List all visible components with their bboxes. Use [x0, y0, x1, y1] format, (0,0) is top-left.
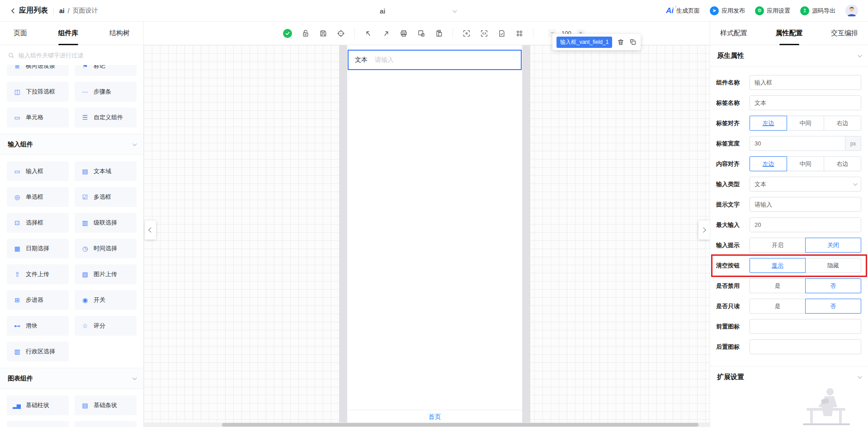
top-bar-actions: Ai 生成页面 ➤ 应用发布 ⚙ 应用设置 ↥ 源码导出	[666, 5, 858, 17]
horizontal-scrollbar-thumb[interactable]	[222, 423, 698, 427]
component-item-cascade-select[interactable]: ▥级联选择	[75, 213, 137, 233]
segment-option-右边[interactable]: 右边	[824, 156, 861, 171]
component-item-textarea[interactable]: ▤文本域	[75, 161, 137, 181]
component-item-label: 下拉筛选框	[26, 88, 55, 96]
segment-option-是[interactable]: 是	[750, 299, 806, 314]
prop-input[interactable]	[750, 136, 845, 151]
segment-option-右边[interactable]: 右边	[824, 116, 861, 131]
segment-option-显示[interactable]: 显示	[750, 258, 806, 273]
tab-style-config[interactable]: 样式配置	[720, 22, 747, 45]
user-avatar[interactable]	[845, 5, 858, 17]
save-icon[interactable]	[319, 29, 327, 38]
segment-option-是[interactable]: 是	[750, 278, 806, 293]
frame-crop-icon[interactable]	[515, 29, 524, 38]
component-item-mark-flag[interactable]: ⚑标记	[75, 65, 137, 76]
segment-option-否[interactable]: 否	[805, 299, 861, 314]
prop-input[interactable]	[750, 95, 861, 110]
export-window-icon[interactable]	[417, 29, 425, 38]
component-search-input[interactable]	[19, 52, 136, 59]
unlock-icon[interactable]	[302, 29, 310, 38]
component-item-image-upload[interactable]: ▧图片上传	[75, 264, 137, 284]
selected-input-component[interactable]: 文本 请输入	[348, 50, 522, 70]
component-grid: ▭输入框▤文本域◎单选框☑多选框⊡选择框▥级联选择▦日期选择◷时间选择⇧文件上传…	[7, 161, 137, 361]
prop-label: 最大输入	[716, 221, 750, 229]
doc-check-icon[interactable]	[498, 29, 506, 38]
component-item-checkbox[interactable]: ☑多选框	[75, 187, 137, 207]
prop-control	[750, 95, 861, 110]
target-position-icon[interactable]	[337, 29, 345, 38]
prop-input[interactable]	[750, 75, 861, 90]
component-item-radio[interactable]: ◎单选框	[7, 187, 69, 207]
component-item-slider[interactable]: ⊷滑块	[7, 316, 69, 336]
component-item-label: 级联选择	[94, 219, 117, 227]
prop-select[interactable]: 文本	[750, 177, 861, 192]
prop-input[interactable]	[750, 197, 861, 212]
extend-settings-section-header[interactable]: 扩展设置	[710, 366, 868, 388]
tab-property-config[interactable]: 属性配置	[776, 22, 803, 45]
rate-star-icon: ☆	[80, 322, 89, 329]
properties-body: 原生属性 组件名称标签名称标签对齐左边中间右边标签宽度px内容对齐左边中间右边输…	[710, 45, 868, 427]
prop-input[interactable]	[750, 217, 861, 232]
prop-label: 标签对齐	[716, 119, 750, 127]
component-item-dropdown-filter[interactable]: ◫下拉筛选框	[7, 82, 69, 102]
preview-scan-icon[interactable]	[462, 29, 471, 38]
component-item-label: 文件上传	[26, 270, 49, 278]
component-item-date-picker[interactable]: ▦日期选择	[7, 239, 69, 258]
collapse-right-panel-handle[interactable]	[698, 221, 710, 239]
component-item-input-field[interactable]: ▭输入框	[7, 161, 69, 181]
component-item-hbar-chart[interactable]: ▤基础条状	[75, 395, 137, 415]
tabbar-home[interactable]: 首页	[429, 413, 441, 421]
component-item-hbar-progress[interactable]: ≣横向进度条	[7, 65, 69, 76]
component-item-time-picker[interactable]: ◷时间选择	[75, 239, 137, 258]
copy-component-icon[interactable]	[629, 38, 637, 46]
prop-input[interactable]	[750, 339, 861, 354]
horizontal-scrollbar-track[interactable]	[144, 422, 710, 427]
component-item-line-chart[interactable]: ∿基础折线	[7, 421, 69, 427]
page-select-dropdown[interactable]: ai	[380, 0, 456, 22]
tab-interaction-config[interactable]: 交互编排	[831, 22, 858, 45]
source-export-button[interactable]: ↥ 源码导出	[800, 6, 835, 15]
prop-control	[750, 319, 861, 334]
undo-icon[interactable]	[364, 29, 373, 38]
segment-option-左边[interactable]: 左边	[750, 116, 787, 131]
component-section-header[interactable]: 输入组件	[0, 134, 143, 155]
back-button[interactable]: 应用列表	[10, 6, 48, 15]
segment-option-中间[interactable]: 中间	[787, 156, 824, 171]
component-item-select[interactable]: ⊡选择框	[7, 213, 69, 233]
component-item-stepper[interactable]: ⊞步进器	[7, 290, 69, 310]
native-props-section-header[interactable]: 原生属性	[710, 45, 868, 67]
redo-icon[interactable]	[382, 29, 390, 38]
segment-option-关闭[interactable]: 关闭	[805, 238, 861, 253]
breadcrumb-page: 页面设计	[73, 7, 98, 15]
paste-icon[interactable]	[435, 29, 443, 38]
segment-option-中间[interactable]: 中间	[787, 116, 824, 131]
tab-component-library[interactable]: 组件库	[58, 22, 79, 45]
component-item-rate-star[interactable]: ☆评分	[75, 316, 137, 336]
delete-component-icon[interactable]	[617, 38, 624, 46]
segment-option-隐藏[interactable]: 隐藏	[805, 258, 861, 273]
component-item-bar-chart[interactable]: ▂▅▃基础柱状	[7, 395, 69, 415]
component-item-cell[interactable]: ▭单元格	[7, 108, 69, 127]
component-item-label: 多选框	[94, 193, 111, 201]
printer-icon[interactable]	[400, 29, 408, 38]
breadcrumb-app[interactable]: ai	[59, 7, 65, 14]
empty-state-illustration	[797, 385, 855, 427]
segment-option-左边[interactable]: 左边	[750, 156, 787, 171]
component-item-file-upload[interactable]: ⇧文件上传	[7, 264, 69, 284]
segment-option-开启[interactable]: 开启	[750, 238, 806, 253]
component-item-switch[interactable]: ◉开关	[75, 290, 137, 310]
component-item-district-select[interactable]: ▥行政区选择	[7, 342, 69, 361]
segment-option-否[interactable]: 否	[805, 278, 861, 293]
generate-page-button[interactable]: Ai 生成页面	[666, 6, 700, 15]
app-settings-button[interactable]: ⚙ 应用设置	[755, 6, 790, 15]
component-item-custom-component[interactable]: ☰自定义组件	[75, 108, 137, 127]
component-item-bar-line-chart[interactable]: ▞柱状折线	[75, 421, 137, 427]
component-section-header[interactable]: 图表组件	[0, 368, 143, 389]
tab-structure-tree[interactable]: 结构树	[109, 22, 130, 45]
app-publish-button[interactable]: ➤ 应用发布	[710, 6, 745, 15]
prop-input[interactable]	[750, 319, 861, 334]
code-view-icon[interactable]	[480, 29, 488, 38]
collapse-left-panel-handle[interactable]	[145, 221, 156, 239]
tab-pages[interactable]: 页面	[14, 22, 27, 45]
component-item-steps[interactable]: ⋯步骤条	[75, 82, 137, 102]
